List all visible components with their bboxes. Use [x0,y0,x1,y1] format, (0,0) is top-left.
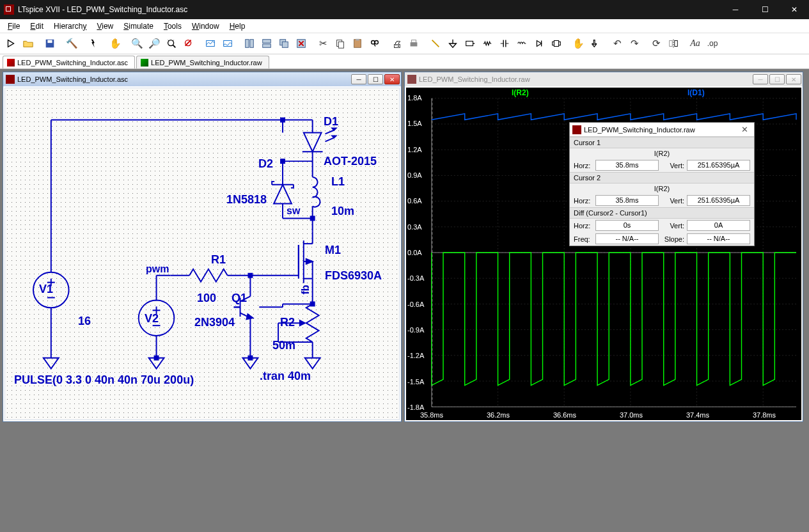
component-value-M1[interactable]: FDS6930A [325,269,382,283]
label-net-button[interactable] [462,35,478,52]
component-label-D1[interactable]: D1 [324,115,338,129]
component-label-R2[interactable]: R2 [280,316,295,329]
net-label-sw[interactable]: sw [287,205,300,217]
window-close-button[interactable]: ✕ [780,0,809,19]
tile-horz-button[interactable] [258,35,275,52]
zoom-out-button[interactable]: 🔎 [146,35,162,52]
waveform-canvas[interactable]: 1.8A1.5A1.2A0.9A0.6A0.3A0.0A-0.3A-0.6A-0… [406,88,801,420]
run-button[interactable] [85,35,102,52]
schematic-minimize-button[interactable]: ─ [351,74,366,84]
tab-schematic[interactable]: LED_PWM_Switching_Inductor.asc [3,56,135,68]
menu-tools[interactable]: Tools [159,20,187,32]
window-maximize-button[interactable]: ☐ [750,0,780,19]
autorange-x-button[interactable] [202,35,219,52]
menu-file[interactable]: File [3,20,25,32]
waveform-window: LED_PWM_Switching_Inductor.raw ─ ☐ ✕ 1.8… [404,72,803,422]
component-value-R2[interactable]: 50m [272,339,295,352]
print-setup-button[interactable] [405,35,422,52]
component-label-V2[interactable]: V2 [145,312,159,325]
move-button[interactable]: ✋ [570,35,586,52]
rotate-button[interactable]: ⟳ [648,35,664,52]
schematic-close-button[interactable]: ✕ [384,74,400,84]
zoom-undo-button[interactable] [180,35,197,52]
capacitor-button[interactable] [496,35,513,52]
pan-button[interactable]: ✋ [107,35,123,52]
menu-edit[interactable]: Edit [25,20,49,32]
spice-directive-tran[interactable]: .tran 40m [260,370,311,383]
svg-rect-71 [310,215,315,221]
close-all-button[interactable] [293,35,310,52]
zoom-fit-button[interactable] [163,35,180,52]
new-schematic-button[interactable] [3,35,19,52]
cut-button[interactable]: ✂ [315,35,331,52]
tab-waveform[interactable]: LED_PWM_Switching_Inductor.raw [136,56,269,68]
component-label-R1[interactable]: R1 [211,253,226,267]
menu-hierarchy[interactable]: Hierarchy [49,20,91,32]
spice-directive-button[interactable]: .op [704,35,721,52]
diode-button[interactable] [531,35,547,52]
menu-simulate[interactable]: Simulate [118,20,159,32]
copy-button[interactable] [332,35,349,52]
hammer-icon[interactable]: 🔨 [63,35,80,52]
drag-button[interactable] [587,35,604,52]
menu-view[interactable]: View [91,20,118,32]
waveform-close-button[interactable]: ✕ [786,74,801,84]
ground-button[interactable] [444,35,461,52]
open-button[interactable] [20,35,36,52]
component-value-L1[interactable]: 10m [331,205,354,218]
component-value-R1[interactable]: 100 [197,292,216,305]
cursor1-horz-value[interactable]: 35.8ms [595,160,659,171]
waveform-maximize-button[interactable]: ☐ [769,74,785,84]
draw-wire-button[interactable] [427,35,444,52]
cursor-panel-titlebar[interactable]: LED_PWM_Switching_Inductor.raw ✕ [570,123,754,137]
zoom-in-button[interactable]: 🔍 [129,35,145,52]
cursor-panel-title: LED_PWM_Switching_Inductor.raw [584,126,695,134]
find-button[interactable] [366,35,383,52]
component-value-Q1[interactable]: 2N3904 [194,316,235,329]
autorange-y-button[interactable] [219,35,236,52]
component-label-Q1[interactable]: Q1 [232,292,247,305]
cursor2-horz-value[interactable]: 35.8ms [595,195,659,206]
print-button[interactable]: 🖨 [388,35,405,52]
tab-label: LED_PWM_Switching_Inductor.raw [151,59,262,66]
text-button[interactable]: Aa [687,35,703,52]
svg-rect-72 [247,273,253,278]
waveform-window-titlebar[interactable]: LED_PWM_Switching_Inductor.raw ─ ☐ ✕ [405,72,803,86]
undo-button[interactable]: ↶ [609,35,625,52]
menu-window[interactable]: Window [187,20,224,32]
component-value-D2[interactable]: 1N5818 [226,193,267,207]
schematic-canvas[interactable]: D1 AOT-2015 D2 1N5818 L1 10m sw M1 FDS69… [4,88,400,420]
component-value-V2[interactable]: PULSE(0 3.3 0 40n 40n 70u 200u) [14,373,194,387]
waveform-minimize-button[interactable]: ─ [753,74,768,84]
schematic-maximize-button[interactable]: ☐ [368,74,383,84]
svg-marker-79 [305,358,320,369]
cascade-button[interactable] [276,35,292,52]
component-label-M1[interactable]: M1 [325,244,341,257]
cursor-panel-close-button[interactable]: ✕ [737,125,751,134]
component-label-D2[interactable]: D2 [258,157,273,171]
cursor1-vert-value[interactable]: 251.65395µA [687,160,750,171]
save-button[interactable] [42,35,58,52]
resistor-button[interactable] [479,35,496,52]
net-label-pwm[interactable]: pwm [146,263,169,275]
tile-vert-button[interactable] [241,35,258,52]
component-value-D1[interactable]: AOT-2015 [324,155,377,168]
menu-help[interactable]: Help [224,20,251,32]
cursor2-vert-value[interactable]: 251.65395µA [687,195,750,206]
cursor1-vert-label: Vert: [661,162,684,169]
net-label-fb[interactable]: fb [300,285,311,294]
schematic-window-titlebar[interactable]: LED_PWM_Switching_Inductor.asc ─ ☐ ✕ [3,72,401,86]
component-label-V1[interactable]: V1 [39,283,53,296]
trace-label-D1[interactable]: I(D1) [687,88,705,97]
mirror-button[interactable] [665,35,682,52]
component-button[interactable] [548,35,565,52]
window-minimize-button[interactable]: ─ [721,0,750,19]
component-value-V1[interactable]: 16 [78,315,91,328]
redo-button[interactable]: ↷ [626,35,643,52]
cursor-panel[interactable]: LED_PWM_Switching_Inductor.raw ✕ Cursor … [569,122,755,246]
inductor-button[interactable] [514,35,530,52]
schematic-tab-icon [7,59,15,66]
component-label-L1[interactable]: L1 [331,175,345,189]
trace-label-R2[interactable]: I(R2) [512,88,529,97]
paste-button[interactable] [349,35,366,52]
